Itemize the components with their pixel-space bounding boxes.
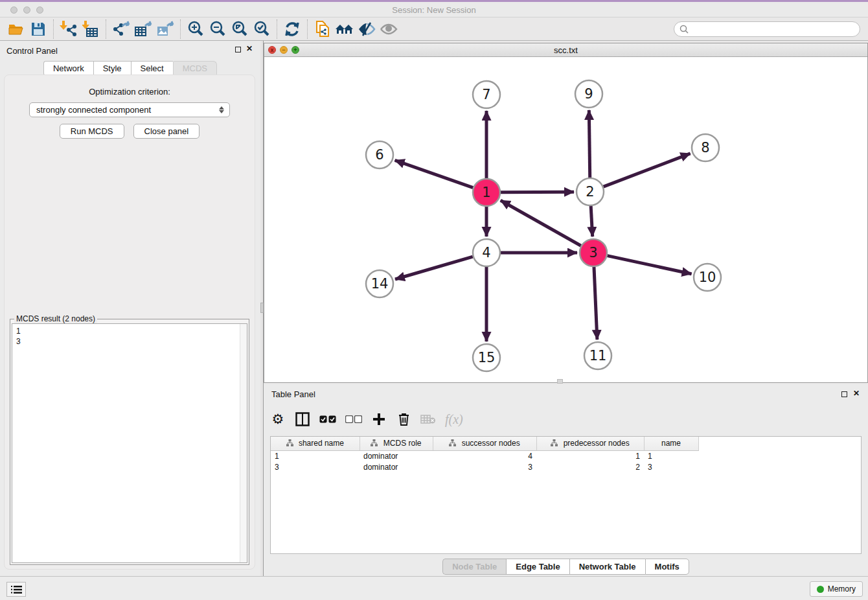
optimization-criterion-dropdown[interactable]: strongly connected component [29,102,230,117]
tab-network-table[interactable]: Network Table [569,559,645,575]
table-cell[interactable]: 4 [433,450,536,461]
graph-edge-3-10[interactable] [608,256,692,274]
select-all-checkboxes-icon[interactable] [319,410,336,428]
tab-mcds[interactable]: MCDS [173,61,217,76]
graph-edge-2-3[interactable] [591,206,593,237]
table-cell[interactable]: 2 [536,461,644,472]
dropdown-value: strongly connected component [36,105,151,115]
control-panel-header: Control Panel ✕ [0,41,260,59]
table-panel: Table Panel ✕ ⚙ f(x) [264,384,868,576]
export-network-icon[interactable] [110,19,132,39]
mcds-result-line: 3 [16,336,243,347]
zoom-fit-icon[interactable] [229,19,251,39]
close-panel-button[interactable]: Close panel [133,124,200,139]
import-table-icon[interactable] [80,19,102,39]
task-history-button[interactable] [6,582,26,597]
delete-table-icon[interactable] [420,410,436,428]
graph-node-label: 8 [701,140,709,156]
export-image-icon[interactable] [154,19,176,39]
table-cell[interactable]: dominator [360,461,433,472]
column-type-icon [286,439,293,448]
graph-node-label: 3 [589,245,597,260]
tab-node-table[interactable]: Node Table [442,559,506,575]
show-all-icon[interactable] [378,19,400,39]
network-window-titlebar: x − + scc.txt [264,43,867,57]
table-tabs: Node Table Edge Table Network Table Moti… [264,559,868,575]
deselect-all-checkboxes-icon[interactable] [345,410,362,428]
memory-button[interactable]: Memory [810,581,863,597]
refresh-layout-icon[interactable] [281,19,303,39]
zoom-out-icon[interactable] [207,19,229,39]
table-cell[interactable]: 1 [536,450,644,461]
import-network-icon[interactable] [58,19,80,39]
graph-edge-2-9[interactable] [589,110,589,178]
table-cell[interactable]: 1 [644,450,698,461]
graph-edge-3-11[interactable] [594,267,597,340]
mcds-result-fieldset: MCDS result (2 nodes) 13 [10,319,249,565]
settings-gear-icon[interactable]: ⚙ [270,410,286,428]
horizontal-splitter-handle[interactable] [557,379,563,384]
window-title: Session: New Session [0,5,868,15]
tab-motifs[interactable]: Motifs [645,559,689,575]
graph-edge-4-14[interactable] [395,257,473,279]
graph-edge-1-6[interactable] [395,160,474,187]
save-session-icon[interactable] [27,19,49,39]
table-cell[interactable]: 3 [644,461,698,472]
table-row[interactable]: 1dominator411 [271,450,698,461]
column-type-icon [371,439,378,448]
node-table[interactable]: shared name MCDS role successor nodes pr… [270,436,862,554]
network-graph[interactable]: 7968124314101511 [264,57,867,382]
column-header-mcds-role[interactable]: MCDS role [360,437,433,450]
result-scrollbar[interactable] [240,324,247,562]
tab-edge-table[interactable]: Edge Table [506,559,569,575]
zoom-selected-icon[interactable] [251,19,273,39]
close-table-panel-icon[interactable]: ✕ [853,389,860,398]
tab-select[interactable]: Select [131,61,173,76]
tab-network[interactable]: Network [43,61,93,76]
graph-node-label: 9 [584,86,593,102]
graph-edge-2-8[interactable] [604,154,691,187]
close-panel-icon[interactable]: ✕ [246,44,253,53]
run-mcds-button[interactable]: Run MCDS [60,124,124,139]
export-table-icon[interactable] [132,19,154,39]
graph-node-label: 11 [589,348,607,363]
zoom-in-icon[interactable] [185,19,207,39]
network-window: x − + scc.txt 7968124314101511 [264,43,868,383]
graph-edge-3-1[interactable] [501,200,581,246]
function-builder-icon[interactable]: f(x) [445,410,463,428]
float-panel-icon[interactable] [235,47,241,52]
first-neighbors-icon[interactable] [334,19,356,39]
table-cell[interactable]: dominator [360,450,433,461]
toolbar-separator [180,19,181,39]
table-panel-title: Table Panel [271,389,315,399]
column-header-predecessor-nodes[interactable]: predecessor nodes [536,437,644,450]
table-cell[interactable]: 1 [271,450,360,461]
list-icon [11,585,22,594]
column-header-shared-name[interactable]: shared name [271,437,360,450]
graph-node-label: 15 [478,350,496,365]
clone-network-icon[interactable] [312,19,334,39]
tab-style[interactable]: Style [93,61,131,76]
network-canvas[interactable]: 7968124314101511 [264,57,867,382]
graph-node-label: 6 [375,147,383,163]
toolbar-separator [307,19,308,39]
mcds-result-list[interactable]: 13 [12,323,247,563]
float-table-panel-icon[interactable] [841,391,847,397]
table-row[interactable]: 3dominator323 [271,461,698,472]
table-cell[interactable]: 3 [271,461,360,472]
column-header-successor-nodes[interactable]: successor nodes [433,437,536,450]
show-columns-icon[interactable] [295,410,310,428]
table-cell[interactable]: 3 [433,461,536,472]
graph-edge-1-2[interactable] [501,192,574,192]
control-panel-title: Control Panel [6,46,58,56]
search-input[interactable] [674,21,860,37]
table-toolbar: ⚙ f(x) [270,406,463,432]
optimization-criterion-label: Optimization criterion: [5,87,255,97]
hide-selected-icon[interactable] [356,19,378,39]
graph-node-label: 2 [586,184,594,200]
add-column-icon[interactable] [371,410,387,428]
delete-column-icon[interactable] [396,410,411,428]
column-header-name[interactable]: name [644,437,698,450]
open-file-icon[interactable] [5,19,27,39]
graph-node-label: 7 [482,87,490,102]
